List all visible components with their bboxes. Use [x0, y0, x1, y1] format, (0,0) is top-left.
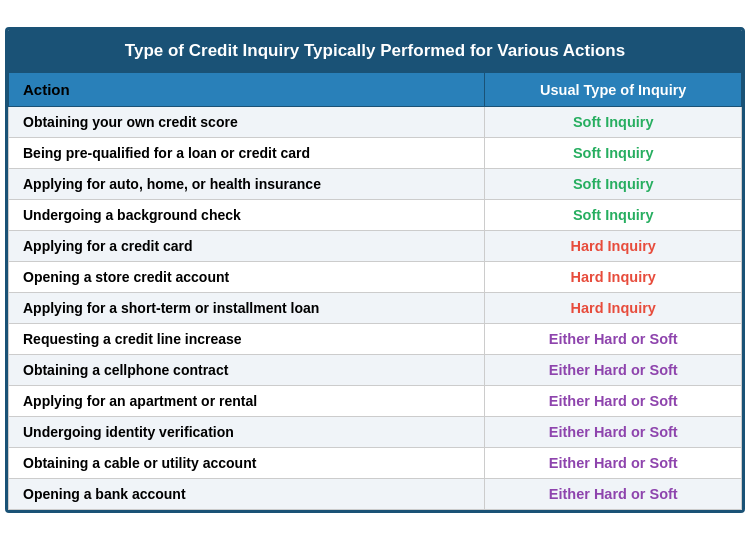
action-cell: Obtaining a cellphone contract — [9, 355, 485, 386]
action-cell: Being pre-qualified for a loan or credit… — [9, 138, 485, 169]
inquiry-cell: Either Hard or Soft — [485, 448, 742, 479]
inquiry-cell: Either Hard or Soft — [485, 324, 742, 355]
table-row: Opening a store credit accountHard Inqui… — [9, 262, 742, 293]
action-cell: Opening a store credit account — [9, 262, 485, 293]
header-action: Action — [9, 73, 485, 107]
inquiry-cell: Soft Inquiry — [485, 138, 742, 169]
table-row: Applying for a credit cardHard Inquiry — [9, 231, 742, 262]
inquiry-cell: Soft Inquiry — [485, 107, 742, 138]
action-cell: Opening a bank account — [9, 479, 485, 510]
table-row: Obtaining a cellphone contractEither Har… — [9, 355, 742, 386]
inquiry-cell: Either Hard or Soft — [485, 417, 742, 448]
table-row: Applying for a short-term or installment… — [9, 293, 742, 324]
inquiry-cell: Hard Inquiry — [485, 262, 742, 293]
table-row: Undergoing a background checkSoft Inquir… — [9, 200, 742, 231]
table-row: Applying for an apartment or rentalEithe… — [9, 386, 742, 417]
action-cell: Requesting a credit line increase — [9, 324, 485, 355]
action-cell: Applying for a short-term or installment… — [9, 293, 485, 324]
table-row: Applying for auto, home, or health insur… — [9, 169, 742, 200]
action-cell: Obtaining your own credit score — [9, 107, 485, 138]
inquiry-cell: Either Hard or Soft — [485, 479, 742, 510]
table-row: Obtaining your own credit scoreSoft Inqu… — [9, 107, 742, 138]
inquiry-cell: Either Hard or Soft — [485, 355, 742, 386]
inquiry-cell: Either Hard or Soft — [485, 386, 742, 417]
credit-inquiry-table: Type of Credit Inquiry Typically Perform… — [5, 27, 745, 513]
inquiry-cell: Hard Inquiry — [485, 293, 742, 324]
table-row: Obtaining a cable or utility accountEith… — [9, 448, 742, 479]
action-cell: Undergoing a background check — [9, 200, 485, 231]
inquiry-cell: Soft Inquiry — [485, 200, 742, 231]
action-cell: Obtaining a cable or utility account — [9, 448, 485, 479]
table-row: Opening a bank accountEither Hard or Sof… — [9, 479, 742, 510]
table-row: Being pre-qualified for a loan or credit… — [9, 138, 742, 169]
inquiry-cell: Soft Inquiry — [485, 169, 742, 200]
action-cell: Applying for a credit card — [9, 231, 485, 262]
table-row: Undergoing identity verificationEither H… — [9, 417, 742, 448]
action-cell: Applying for auto, home, or health insur… — [9, 169, 485, 200]
action-cell: Undergoing identity verification — [9, 417, 485, 448]
header-inquiry: Usual Type of Inquiry — [485, 73, 742, 107]
inquiry-cell: Hard Inquiry — [485, 231, 742, 262]
table-row: Requesting a credit line increaseEither … — [9, 324, 742, 355]
table-title: Type of Credit Inquiry Typically Perform… — [8, 30, 742, 72]
action-cell: Applying for an apartment or rental — [9, 386, 485, 417]
